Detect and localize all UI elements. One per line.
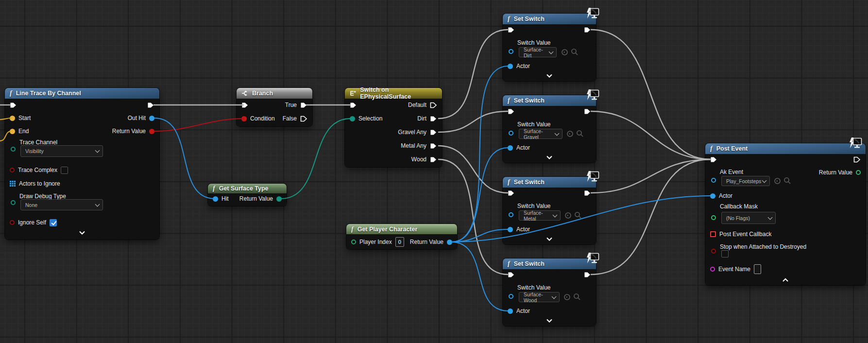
return-value-pin[interactable]: Return Value [112,127,154,135]
stop-when-attached-checkbox[interactable] [721,250,729,257]
exec-out-pin[interactable] [584,107,591,115]
node-set-switch-metal[interactable]: f Set Switch Switch Value Surface-Metal … [503,177,596,244]
use-selected-icon[interactable] [563,293,571,301]
switch-value-dropdown[interactable]: Surface-Gravel [519,129,562,139]
node-header[interactable]: Branch [237,88,312,99]
use-selected-icon[interactable] [561,49,568,56]
wire-dirt-to-setswitch1[interactable] [438,30,508,119]
actor-pin[interactable]: Actor [710,192,732,200]
player-index-input[interactable]: 0 [395,237,404,247]
draw-debug-type-pin[interactable] [11,200,16,205]
exec-out-pin[interactable] [584,26,591,34]
switch-value-pin[interactable] [509,212,513,217]
out-hit-pin[interactable]: Out Hit [128,114,154,122]
expand-chevron-icon[interactable] [782,278,789,282]
switch-value-pin[interactable] [509,294,513,299]
exec-in-pin[interactable] [10,101,17,109]
browse-icon[interactable] [783,177,791,185]
actor-pin[interactable]: Actor [508,225,530,233]
callback-mask-dropdown[interactable]: (No Flags) [721,212,776,224]
node-set-switch-dirt[interactable]: f Set Switch Switch Value Surface-Dirt A… [503,14,596,81]
end-pin[interactable]: End [10,127,29,135]
ignore-self-checkbox[interactable] [50,219,57,226]
exec-in-pin[interactable] [508,26,515,34]
collapse-chevron-icon[interactable] [546,237,553,241]
node-header[interactable]: f Set Switch [503,14,596,24]
wire-gravel-to-setswitch2[interactable] [438,111,508,132]
post-event-callback-pin[interactable]: Post Event Callback [710,230,771,238]
ak-event-dropdown[interactable]: Play_Footsteps [721,176,770,186]
draw-debug-type-dropdown[interactable]: None [20,199,103,210]
wire-player-to-actor3[interactable] [451,229,508,242]
node-switch-ephysicalsurface[interactable]: Switch on EPhysicalSurface Selection Def… [345,88,442,167]
selection-pin[interactable]: Selection [350,115,382,122]
node-set-switch-wood[interactable]: f Set Switch Switch Value Surface-Wood A… [503,258,596,326]
exec-in-pin[interactable] [508,189,515,197]
hit-pin[interactable]: Hit [213,195,229,203]
node-header[interactable]: f Line Trace By Channel [5,88,159,99]
node-header[interactable]: f Set Switch [503,258,596,269]
switch-value-pin[interactable] [509,49,513,54]
trace-channel-dropdown[interactable]: Visibility [20,145,103,157]
node-line-trace-by-channel[interactable]: f Line Trace By Channel Start End Trace … [5,88,159,240]
wire-setswitch4-to-postevent[interactable] [591,159,711,274]
actor-pin[interactable]: Actor [508,307,530,315]
event-name-pin[interactable]: Event Name [710,265,761,273]
exec-in-pin[interactable] [508,107,515,115]
node-header[interactable]: f Get Player Character [346,224,457,234]
actor-pin[interactable]: Actor [508,62,530,70]
exec-in-pin[interactable] [710,155,717,163]
browse-icon[interactable] [573,293,581,301]
exec-in-pin[interactable] [350,101,357,109]
wire-player-to-actor2[interactable] [451,148,508,242]
dirt-exec-pin[interactable]: Dirt [417,115,437,122]
node-header[interactable]: f Post Event [705,143,866,154]
metal-any-exec-pin[interactable]: Metal Any [401,142,437,150]
switch-value-pin[interactable] [509,131,513,136]
wire-metal-to-setswitch3[interactable] [438,146,508,193]
ignore-self-pin[interactable]: Ignore Self [10,219,57,226]
node-header[interactable]: f Set Switch [503,95,596,106]
blueprint-graph-canvas[interactable]: f Line Trace By Channel Start End Trace … [0,0,868,343]
switch-value-dropdown[interactable]: Surface-Dirt [519,47,557,57]
exec-out-pin[interactable] [584,271,591,278]
node-set-switch-gravel[interactable]: f Set Switch Switch Value Surface-Gravel… [503,95,596,163]
collapse-chevron-icon[interactable] [546,74,553,78]
wire-setswitch2-to-postevent[interactable] [591,111,711,159]
trace-complex-checkbox[interactable] [61,167,68,174]
wire-wood-to-setswitch4[interactable] [438,159,508,274]
event-name-input[interactable] [754,264,761,274]
player-index-pin[interactable]: Player Index 0 [351,238,404,246]
return-value-pin[interactable]: Return Value [819,169,861,176]
gravel-any-exec-pin[interactable]: Gravel Any [398,128,437,136]
wire-surfacetype-to-selection[interactable] [281,119,351,199]
condition-pin[interactable]: Condition [241,115,275,122]
node-header[interactable]: f Set Switch [503,177,596,188]
default-exec-pin[interactable]: Default [408,101,437,109]
node-branch[interactable]: Branch Condition True False [237,88,312,126]
actor-pin[interactable]: Actor [508,144,530,152]
return-value-pin[interactable]: Return Value [410,238,452,246]
exec-out-pin[interactable] [853,155,861,163]
return-value-pin[interactable]: Return Value [239,195,282,203]
browse-icon[interactable] [571,48,579,56]
stop-when-attached-pin[interactable] [711,249,716,254]
browse-icon[interactable] [576,130,584,137]
collapse-chevron-icon[interactable] [546,155,553,160]
wire-setswitch1-to-postevent[interactable] [591,30,711,159]
node-post-event[interactable]: f Post Event Ak Event Play_Footsteps Ret… [705,143,866,285]
ak-event-pin[interactable] [711,178,716,183]
false-exec-pin[interactable]: False [283,115,307,122]
node-get-player-character[interactable]: f Get Player Character Player Index 0 Re… [346,224,457,249]
true-exec-pin[interactable]: True [285,101,307,109]
trace-complex-pin[interactable]: Trace Complex [10,166,68,174]
exec-out-pin[interactable] [147,101,154,109]
trace-channel-pin[interactable] [11,147,16,152]
wire-outhit-to-hit[interactable] [154,118,215,199]
wire-player-to-actor1[interactable] [451,66,508,242]
actors-to-ignore-pin[interactable]: Actors to Ignore [10,180,60,188]
use-selected-icon[interactable] [774,177,781,185]
callback-mask-pin[interactable] [711,215,716,220]
node-get-surface-type[interactable]: f Get Surface Type Hit Return Value [208,184,287,206]
wire-player-to-actor4[interactable] [451,242,508,311]
